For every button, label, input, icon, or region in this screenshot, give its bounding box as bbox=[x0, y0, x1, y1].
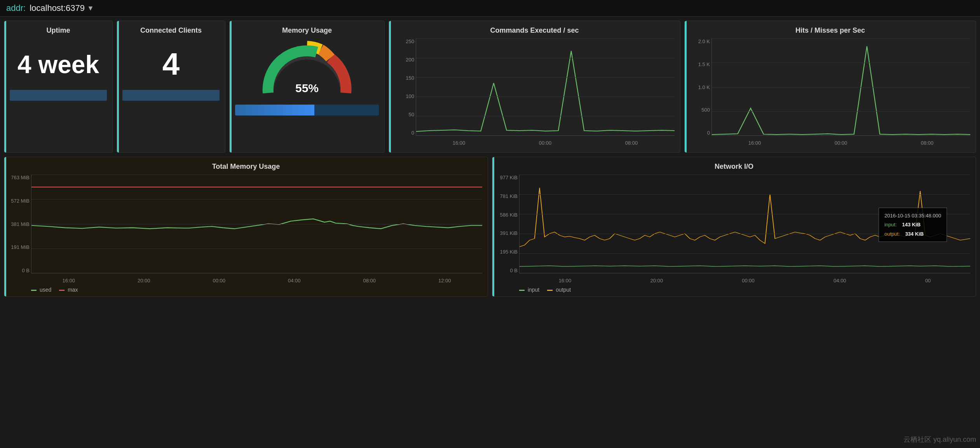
hits-accent bbox=[685, 21, 687, 152]
grid-line bbox=[520, 253, 970, 254]
uptime-value: 4 week bbox=[10, 50, 107, 79]
legend-output: output bbox=[547, 287, 571, 293]
header: addr: localhost:6379 ▼ bbox=[0, 0, 980, 17]
addr-dropdown-icon[interactable]: ▼ bbox=[87, 4, 94, 12]
clients-accent bbox=[117, 21, 119, 152]
grid-line bbox=[31, 224, 482, 224]
total-memory-y-labels: 763 MiB 572 MiB 381 MiB 191 MiB 0 B bbox=[10, 175, 31, 273]
network-tooltip: 2016-10-15 03:35:48.000 input: 143 KiB o… bbox=[879, 208, 947, 242]
total-memory-x-labels: 16:00 20:00 00:00 04:00 08:00 12:00 bbox=[31, 276, 482, 285]
grid-line bbox=[712, 38, 970, 39]
commands-chart-area: 250 200 150 100 50 0 bbox=[394, 38, 675, 147]
commands-accent bbox=[389, 21, 391, 152]
memory-gauge-svg: 55% bbox=[256, 38, 357, 101]
network-legend: input output bbox=[498, 287, 970, 293]
top-row: Uptime 4 week Connected Clients 4 Memory… bbox=[4, 21, 976, 153]
total-memory-legend: used max bbox=[10, 287, 482, 293]
grid-line bbox=[416, 58, 675, 58]
memory-usage-card: Memory Usage 55% bbox=[229, 21, 385, 153]
network-title: Network I/O bbox=[498, 163, 970, 171]
legend-used-dot bbox=[31, 290, 37, 291]
total-memory-title: Total Memory Usage bbox=[10, 163, 482, 171]
grid-line bbox=[712, 87, 970, 88]
hits-title: Hits / Misses per Sec bbox=[690, 26, 970, 35]
network-x-labels: 16:00 20:00 00:00 04:00 00 bbox=[519, 276, 970, 285]
clients-card: Connected Clients 4 bbox=[117, 21, 225, 153]
network-chart-area: 977 KiB 781 KiB 586 KiB 391 KiB 195 KiB … bbox=[498, 175, 970, 285]
tooltip-timestamp: 2016-10-15 03:35:48.000 bbox=[884, 211, 941, 220]
total-memory-chart-area: 763 MiB 572 MiB 381 MiB 191 MiB 0 B bbox=[10, 175, 482, 285]
tooltip-input-row: input: 143 KiB bbox=[884, 220, 941, 229]
watermark: 云栖社区 yq.aliyun.com bbox=[903, 435, 976, 444]
legend-max-dot bbox=[59, 290, 65, 291]
memory-accent bbox=[230, 21, 232, 152]
addr-value: localhost:6379 bbox=[30, 3, 85, 13]
grid-line bbox=[416, 116, 675, 116]
svg-text:55%: 55% bbox=[295, 82, 319, 94]
addr-label: addr: bbox=[6, 3, 26, 13]
grid-line bbox=[520, 175, 970, 175]
commands-y-labels: 250 200 150 100 50 0 bbox=[394, 38, 416, 136]
total-memory-card: Total Memory Usage 763 MiB 572 MiB 381 M… bbox=[4, 157, 488, 297]
gauge-container: 55% bbox=[235, 38, 379, 116]
uptime-title: Uptime bbox=[10, 26, 107, 35]
legend-input: input bbox=[519, 287, 539, 293]
commands-chart-card: Commands Executed / sec 250 200 150 100 … bbox=[389, 21, 680, 153]
network-plot: 2016-10-15 03:35:48.000 input: 143 KiB o… bbox=[519, 175, 970, 273]
total-memory-plot bbox=[31, 175, 482, 273]
clients-value: 4 bbox=[122, 46, 220, 82]
memory-bar bbox=[235, 105, 379, 116]
grid-line bbox=[712, 63, 970, 63]
hits-chart-area: 2.0 K 1.5 K 1.0 K 500 0 16:00 bbox=[690, 38, 970, 147]
grid-line bbox=[416, 77, 675, 78]
grid-line bbox=[31, 175, 482, 175]
network-y-labels: 977 KiB 781 KiB 586 KiB 391 KiB 195 KiB … bbox=[498, 175, 519, 273]
hits-plot bbox=[711, 38, 970, 136]
legend-max: max bbox=[59, 287, 78, 293]
grid-line bbox=[520, 194, 970, 195]
clients-title: Connected Clients bbox=[122, 26, 220, 35]
bottom-row: Total Memory Usage 763 MiB 572 MiB 381 M… bbox=[4, 157, 976, 297]
tooltip-output-row: output: 334 KiB bbox=[884, 229, 941, 238]
grid-line bbox=[416, 38, 675, 39]
grid-line bbox=[712, 111, 970, 112]
grid-line bbox=[31, 199, 482, 200]
network-accent bbox=[492, 157, 494, 296]
hits-misses-card: Hits / Misses per Sec 2.0 K 1.5 K 1.0 K … bbox=[684, 21, 976, 153]
clients-bar bbox=[122, 90, 220, 101]
grid-line bbox=[31, 248, 482, 249]
uptime-accent bbox=[4, 21, 6, 152]
uptime-bar bbox=[10, 90, 107, 101]
legend-used: used bbox=[31, 287, 51, 293]
legend-input-dot bbox=[519, 290, 525, 291]
network-io-card: Network I/O 977 KiB 781 KiB 586 KiB 391 … bbox=[492, 157, 976, 297]
memory-bar-fill bbox=[235, 105, 314, 116]
commands-title: Commands Executed / sec bbox=[394, 26, 675, 35]
grid-line bbox=[416, 96, 675, 97]
commands-svg bbox=[416, 38, 675, 135]
commands-x-labels: 16:00 00:00 08:00 bbox=[416, 138, 675, 147]
legend-output-dot bbox=[547, 290, 553, 291]
hits-x-labels: 16:00 00:00 08:00 bbox=[711, 138, 970, 147]
hits-y-labels: 2.0 K 1.5 K 1.0 K 500 0 bbox=[690, 38, 711, 136]
uptime-card: Uptime 4 week bbox=[4, 21, 113, 153]
commands-plot bbox=[416, 38, 675, 136]
memory-usage-title: Memory Usage bbox=[235, 26, 379, 35]
total-memory-accent bbox=[4, 157, 6, 296]
main-content: Uptime 4 week Connected Clients 4 Memory… bbox=[0, 17, 980, 301]
